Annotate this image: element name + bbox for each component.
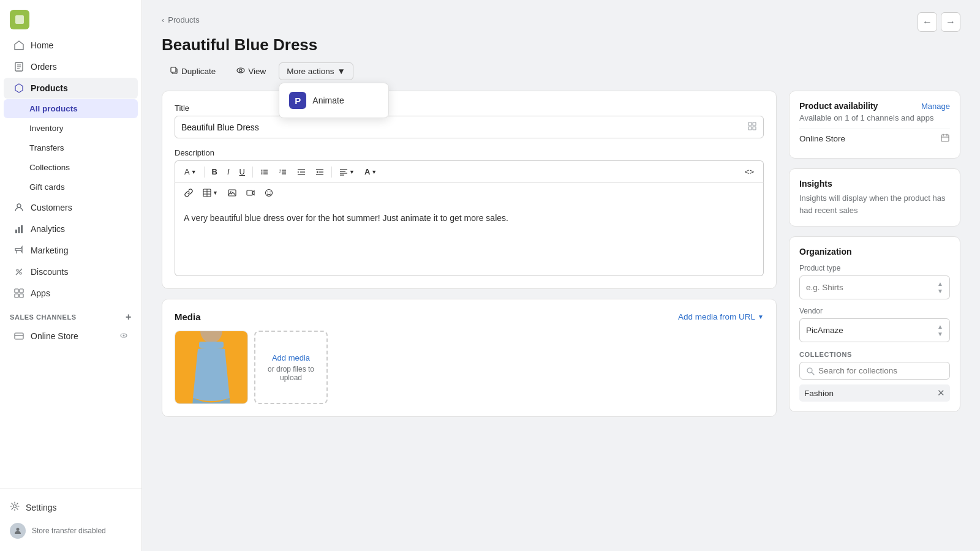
sidebar-item-customers[interactable]: Customers xyxy=(4,197,138,218)
add-media-from-url-button[interactable]: Add media from URL ▼ xyxy=(678,312,764,321)
underline-button[interactable]: U xyxy=(235,165,249,179)
collections-search-input[interactable] xyxy=(818,366,943,375)
video-button[interactable] xyxy=(242,186,259,200)
remove-collection-button[interactable]: ✕ xyxy=(937,388,945,399)
add-media-link[interactable]: Add media xyxy=(272,353,310,362)
content-row: Title Description A ▼ xyxy=(162,91,960,417)
apps-icon xyxy=(13,288,24,299)
view-button[interactable]: View xyxy=(228,62,274,81)
sidebar-item-transfers[interactable]: Transfers xyxy=(4,138,138,157)
title-field-label: Title xyxy=(175,103,764,113)
svg-rect-27 xyxy=(748,122,752,126)
sidebar-item-analytics[interactable]: Analytics xyxy=(4,219,138,239)
store-transfer-item: Store transfer disabled xyxy=(10,518,132,544)
organization-title: Organization xyxy=(799,247,950,257)
svg-point-60 xyxy=(267,192,268,193)
svg-point-62 xyxy=(200,331,222,343)
table-button[interactable]: ▼ xyxy=(198,186,222,200)
sidebar-item-inventory[interactable]: Inventory xyxy=(4,119,138,138)
duplicate-button[interactable]: Duplicate xyxy=(162,62,224,81)
italic-button[interactable]: I xyxy=(223,165,234,179)
emoji-button[interactable] xyxy=(260,186,277,200)
customers-icon xyxy=(13,202,24,213)
online-store-availability-label: Online Store xyxy=(799,134,845,143)
previous-page-button[interactable]: ← xyxy=(918,12,937,32)
settings-label: Settings xyxy=(26,503,57,512)
chevron-down-small-icon: ▼ xyxy=(758,313,764,320)
vendor-input[interactable] xyxy=(806,326,937,335)
bold-button[interactable]: B xyxy=(208,165,222,179)
svg-point-22 xyxy=(17,528,20,531)
sidebar-item-home[interactable]: Home xyxy=(4,35,138,56)
sidebar-item-all-products[interactable]: All products xyxy=(4,99,138,118)
svg-rect-29 xyxy=(748,127,752,130)
svg-rect-13 xyxy=(15,289,18,293)
grid-icon xyxy=(747,121,757,133)
bullet-list-button[interactable] xyxy=(256,165,273,179)
eye-icon[interactable] xyxy=(119,331,128,342)
sidebar-item-products-label: Products xyxy=(31,83,68,93)
manage-link[interactable]: Manage xyxy=(921,102,950,111)
font-size-button[interactable]: A ▼ xyxy=(180,165,201,179)
description-editor[interactable]: A very beautiful blue dress over for the… xyxy=(175,203,764,276)
svg-rect-8 xyxy=(21,225,23,233)
code-view-button[interactable]: <> xyxy=(741,165,758,179)
outdent-button[interactable] xyxy=(311,165,328,179)
next-page-button[interactable]: → xyxy=(941,12,960,32)
editor-toolbar-row2: ▼ xyxy=(175,182,764,203)
sidebar-item-collections[interactable]: Collections xyxy=(4,158,138,177)
sidebar: Home Orders Products All products Invent… xyxy=(0,0,142,551)
animate-dropdown-item[interactable]: P Animate xyxy=(283,87,385,114)
svg-rect-63 xyxy=(199,342,224,348)
add-sales-channel-icon[interactable]: + xyxy=(126,312,132,323)
sidebar-item-products[interactable]: Products xyxy=(4,78,138,99)
sidebar-item-online-store[interactable]: Online Store xyxy=(4,326,138,347)
availability-sub: Available on 1 of 1 channels and apps xyxy=(799,113,950,122)
more-actions-button[interactable]: More actions ▼ xyxy=(279,62,353,80)
svg-rect-14 xyxy=(20,289,23,293)
sidebar-item-discounts-label: Discounts xyxy=(31,267,68,277)
indent-button[interactable] xyxy=(293,165,310,179)
sidebar-item-gift-cards[interactable]: Gift cards xyxy=(4,178,138,197)
sidebar-item-orders[interactable]: Orders xyxy=(4,56,138,77)
sidebar-item-orders-label: Orders xyxy=(31,62,57,72)
product-type-input[interactable] xyxy=(806,283,937,292)
title-input[interactable] xyxy=(181,122,747,132)
breadcrumb-link[interactable]: Products xyxy=(168,15,199,24)
svg-point-59 xyxy=(265,190,272,197)
analytics-icon xyxy=(13,223,24,234)
image-button[interactable] xyxy=(224,186,241,200)
calendar-icon[interactable] xyxy=(940,133,950,144)
sidebar-item-home-label: Home xyxy=(31,40,53,50)
collections-section-label: COLLECTIONS xyxy=(799,351,950,358)
organization-card: Organization Product type ▲▼ Vendor ▲▼ xyxy=(789,236,960,412)
page-title: Beautiful Blue Dress xyxy=(162,36,317,54)
sidebar-navigation: Home Orders Products All products Invent… xyxy=(0,34,141,489)
link-button[interactable] xyxy=(180,186,197,200)
sidebar-item-apps[interactable]: Apps xyxy=(4,283,138,304)
chevron-left-icon: ‹ xyxy=(162,15,164,24)
svg-rect-30 xyxy=(753,127,756,130)
products-icon xyxy=(13,83,24,94)
store-transfer-label: Store transfer disabled xyxy=(32,527,106,535)
settings-item[interactable]: Settings xyxy=(10,497,132,518)
main-column: Title Description A ▼ xyxy=(162,91,777,417)
collections-search xyxy=(799,362,950,380)
svg-point-35 xyxy=(262,171,263,173)
ordered-list-button[interactable]: 1.2. xyxy=(274,165,292,179)
sidebar-item-customers-label: Customers xyxy=(31,203,72,212)
add-media-dropzone[interactable]: Add media or drop files to upload xyxy=(254,331,328,404)
stepper-icon: ▲▼ xyxy=(937,280,943,294)
page-navigation-arrows: ← → xyxy=(918,12,960,32)
insights-text: Insights will display when the product h… xyxy=(799,192,950,216)
search-icon xyxy=(806,367,815,375)
animate-label: Animate xyxy=(312,96,344,105)
settings-icon xyxy=(10,501,20,513)
sidebar-item-discounts[interactable]: Discounts xyxy=(4,261,138,282)
text-color-button[interactable]: A ▼ xyxy=(360,165,381,179)
sidebar-item-marketing[interactable]: Marketing xyxy=(4,240,138,261)
align-button[interactable]: ▼ xyxy=(335,165,359,179)
sidebar-item-collections-label: Collections xyxy=(29,163,70,172)
product-details-card: Title Description A ▼ xyxy=(162,91,777,289)
product-image-thumb[interactable] xyxy=(175,331,248,404)
